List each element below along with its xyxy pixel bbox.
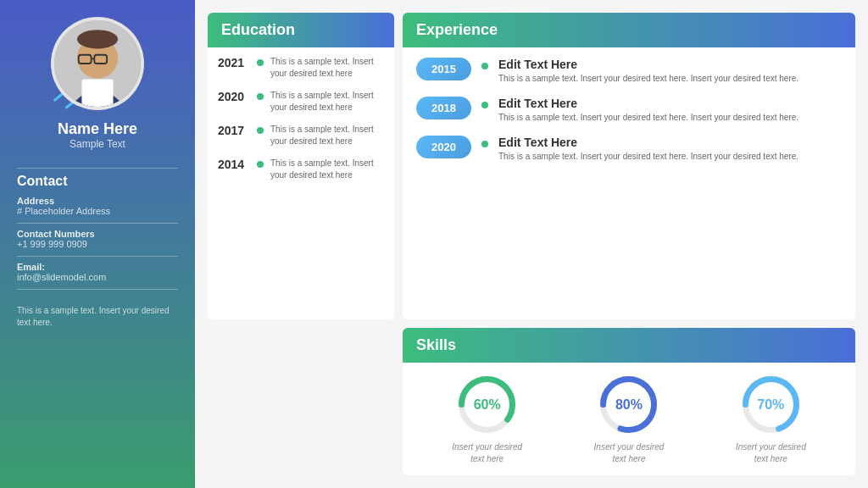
svg-rect-2 <box>81 80 113 107</box>
email-label: Email: <box>17 262 178 272</box>
edu-text: This is a sample text. Insert your desir… <box>270 90 384 114</box>
skill-text: Insert your desiredtext here <box>452 441 522 465</box>
exp-content: Edit Text Here This is a sample text. In… <box>498 97 798 124</box>
contact-section: Contact Address # Placeholder Address Co… <box>17 174 178 295</box>
exp-year-badge: 2020 <box>416 136 471 158</box>
main-content: Education 2021 This is a sample text. In… <box>195 0 868 488</box>
exp-content: Edit Text Here This is a sample text. In… <box>498 58 798 85</box>
experience-item: 2015 Edit Text Here This is a sample tex… <box>416 58 842 85</box>
address-label: Address <box>17 196 178 206</box>
exp-title: Edit Text Here <box>498 58 798 71</box>
experience-item: 2018 Edit Text Here This is a sample tex… <box>416 97 842 124</box>
bottom-row: Skills 60% Insert your desiredtext here … <box>208 328 855 475</box>
education-header: Education <box>208 13 394 47</box>
skill-text: Insert your desiredtext here <box>594 441 665 465</box>
phone-label: Contact Numbers <box>17 229 178 239</box>
sidebar-footer: This is a sample text. Insert your desir… <box>17 305 178 329</box>
skill-percent: 60% <box>474 397 501 413</box>
experience-header: Experience <box>403 13 855 47</box>
exp-dot <box>481 141 488 147</box>
exp-year-badge: 2015 <box>416 58 471 80</box>
email-item: Email: info@slidemodel.com <box>17 262 178 282</box>
skills-header: Skills <box>403 328 855 363</box>
edu-dot <box>257 59 264 66</box>
exp-title: Edit Text Here <box>498 97 798 110</box>
divider-2 <box>17 223 178 224</box>
avatar <box>51 17 144 110</box>
edu-dot <box>257 93 264 100</box>
profile-subtitle: Sample Text <box>58 138 137 150</box>
exp-dot <box>481 102 488 108</box>
education-panel: Education 2021 This is a sample text. In… <box>208 13 394 319</box>
divider-1 <box>17 168 178 169</box>
address-value: # Placeholder Address <box>17 206 178 216</box>
profile-name: Name Here <box>58 120 137 138</box>
edu-dot <box>257 161 264 168</box>
education-item: 2020 This is a sample text. Insert your … <box>218 90 384 114</box>
exp-dot <box>481 63 488 69</box>
edu-year: 2014 <box>218 158 250 171</box>
contact-title: Contact <box>17 174 178 189</box>
edu-text: This is a sample text. Insert your desir… <box>270 158 384 181</box>
skill-item: 80% Insert your desiredtext here <box>594 373 665 465</box>
edu-dot <box>257 127 264 134</box>
exp-title: Edit Text Here <box>498 136 798 149</box>
education-item: 2017 This is a sample text. Insert your … <box>218 124 384 147</box>
address-item: Address # Placeholder Address <box>17 196 178 216</box>
edu-text: This is a sample text. Insert your desir… <box>270 56 384 80</box>
education-item: 2021 This is a sample text. Insert your … <box>218 56 384 80</box>
name-section: Name Here Sample Text <box>58 120 137 150</box>
edu-year: 2021 <box>218 56 250 69</box>
edu-text: This is a sample text. Insert your desir… <box>270 124 384 147</box>
phone-value: +1 999 999 0909 <box>17 239 178 249</box>
skill-circle: 80% <box>597 373 660 436</box>
svg-point-4 <box>77 30 118 48</box>
skills-body: 60% Insert your desiredtext here 80% Ins… <box>403 363 855 475</box>
experience-panel: Experience 2015 Edit Text Here This is a… <box>403 13 855 319</box>
phone-item: Contact Numbers +1 999 999 0909 <box>17 229 178 249</box>
education-body: 2021 This is a sample text. Insert your … <box>208 47 394 319</box>
education-item: 2014 This is a sample text. Insert your … <box>218 158 384 181</box>
skill-item: 60% Insert your desiredtext here <box>452 373 522 465</box>
exp-desc: This is a sample text. Insert your desir… <box>498 73 798 85</box>
skill-item: 70% Insert your desiredtext here <box>736 373 806 465</box>
top-row: Education 2021 This is a sample text. In… <box>208 13 855 319</box>
sidebar: Name Here Sample Text Contact Address # … <box>0 0 195 488</box>
skills-panel: Skills 60% Insert your desiredtext here … <box>403 328 855 475</box>
skill-text: Insert your desiredtext here <box>736 441 806 465</box>
skill-circle: 70% <box>739 373 803 436</box>
email-value: info@slidemodel.com <box>17 272 178 282</box>
exp-content: Edit Text Here This is a sample text. In… <box>498 136 798 163</box>
exp-year-badge: 2018 <box>416 97 471 119</box>
experience-item: 2020 Edit Text Here This is a sample tex… <box>416 136 842 163</box>
skill-percent: 70% <box>757 397 784 413</box>
edu-year: 2017 <box>218 124 250 137</box>
skill-percent: 80% <box>615 397 643 413</box>
experience-body: 2015 Edit Text Here This is a sample tex… <box>403 47 855 319</box>
exp-desc: This is a sample text. Insert your desir… <box>498 112 798 124</box>
exp-desc: This is a sample text. Insert your desir… <box>498 151 798 163</box>
divider-3 <box>17 256 178 257</box>
divider-4 <box>17 289 178 290</box>
edu-year: 2020 <box>218 90 250 103</box>
skill-circle: 60% <box>455 373 519 436</box>
